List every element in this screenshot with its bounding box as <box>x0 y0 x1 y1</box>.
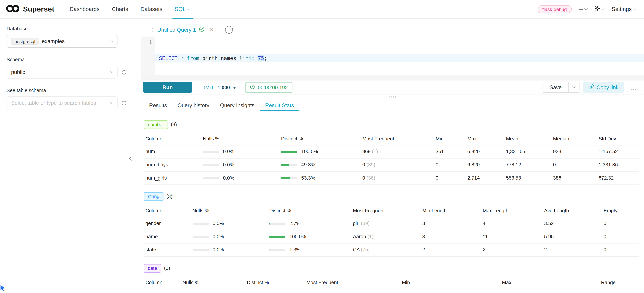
distinct-progress-bar <box>281 177 298 179</box>
col-header: Distinct % <box>245 276 305 289</box>
nulls-pct: 0.0% <box>213 247 224 253</box>
mf-count: (1) <box>368 234 374 240</box>
tab-label: Results <box>149 102 167 108</box>
tab-label: Query Insights <box>220 102 254 108</box>
nav-item-sql[interactable]: SQL <box>168 0 197 19</box>
cell-empty: 0 <box>602 230 639 243</box>
cell-most-frequent: CA (75) <box>351 243 421 256</box>
distinct-pct: 100.0% <box>301 149 318 154</box>
database-value: examples <box>42 38 64 44</box>
editor-code-area[interactable]: SELECT * from birth_names limit 75; <box>155 36 644 80</box>
query-tabbar: ⋮⋮ Untitled Query 1 ✕ + <box>141 24 644 36</box>
mf-value: girl <box>353 220 360 226</box>
nulls-progress-bar <box>203 177 219 179</box>
line-number: 1 <box>141 39 152 46</box>
chevron-down-icon <box>572 85 576 88</box>
copy-link-button[interactable]: Copy link <box>583 82 624 93</box>
cell-nulls: 0.0% <box>191 217 268 230</box>
save-label: Save <box>550 84 562 90</box>
tab-result-stats[interactable]: Result Stats <box>260 100 299 111</box>
cell-distinct: 100.0% <box>280 145 361 158</box>
drag-grip-icon[interactable] <box>388 96 397 98</box>
tab-query-insights[interactable]: Query Insights <box>215 100 260 111</box>
type-badge-number: number <box>144 120 168 129</box>
cell-mean: 778.12 <box>504 158 551 172</box>
nulls-pct: 0.0% <box>213 234 224 240</box>
nav-label: SQL <box>175 6 186 12</box>
theme-toggle-button[interactable] <box>594 5 605 13</box>
distinct-pct: 100.0% <box>289 234 306 240</box>
col-header: Distinct % <box>280 132 361 145</box>
type-badge-string: string <box>144 192 164 201</box>
database-engine-tag: postgresql <box>11 38 38 45</box>
nav-item-charts[interactable]: Charts <box>106 0 134 19</box>
header-row: Column Nulls % Distinct % Most Frequent … <box>144 204 639 217</box>
editor-horizontal-scrollbar[interactable] <box>141 75 644 80</box>
date-stats-table: Column Nulls % Distinct % Most Frequent … <box>144 276 639 293</box>
nav-label: Datasets <box>140 6 162 12</box>
tab-query-history[interactable]: Query history <box>172 100 215 111</box>
environment-badge: flask-debug <box>538 5 572 13</box>
superset-brand[interactable]: Superset <box>6 4 54 14</box>
chevron-down-icon <box>188 6 191 10</box>
tab-results[interactable]: Results <box>144 100 172 111</box>
link-icon <box>588 84 594 91</box>
limit-dropdown[interactable]: LIMIT: 1 000 <box>201 84 236 90</box>
database-select[interactable]: postgresql examples <box>6 35 118 48</box>
clock-icon <box>250 84 255 91</box>
cell-empty: 0 <box>602 217 639 230</box>
table-row: num_girls 0.0% 53.3% 0 (36) 0 2,714 553.… <box>144 172 639 185</box>
nulls-progress-bar <box>203 164 219 166</box>
sql-editor-pane: ⋮⋮ Untitled Query 1 ✕ + <box>141 19 644 293</box>
cell-column-name: ds <box>144 289 181 293</box>
distinct-progress-bar <box>269 249 286 251</box>
cell-median: 933 <box>552 145 597 158</box>
caret-down-icon <box>233 87 236 89</box>
editor-gutter: 1 <box>141 36 155 80</box>
sql-code-editor[interactable]: 1 SELECT * from birth_names limit 75; <box>141 36 644 80</box>
cell-max-length: 11 <box>481 230 542 243</box>
save-button[interactable]: Save <box>542 82 568 93</box>
query-tab[interactable]: ⋮⋮ Untitled Query 1 ✕ <box>145 24 216 36</box>
table-select[interactable]: Select table or type to search tables <box>6 96 118 109</box>
sun-icon <box>594 5 600 13</box>
sidebar-collapse-button[interactable] <box>128 153 134 164</box>
sql-lab-workspace: Database postgresql examples Schema publ… <box>0 19 644 293</box>
nav-item-dashboards[interactable]: Dashboards <box>64 0 106 19</box>
column-count: (1) <box>164 265 170 271</box>
cell-most-frequent: 0 (36) <box>361 172 434 185</box>
table-schema-group: See table schema Select table or type to… <box>6 88 135 109</box>
cell-min: 0 <box>434 172 466 185</box>
schema-value: public <box>11 69 25 75</box>
new-item-button[interactable]: + <box>579 5 587 13</box>
more-actions-button[interactable]: … <box>628 84 640 91</box>
column-count: (3) <box>171 122 177 128</box>
close-tab-icon[interactable]: ✕ <box>210 27 214 32</box>
nav-item-datasets[interactable]: Datasets <box>134 0 168 19</box>
timer-value: 00:00:00.192 <box>258 84 288 90</box>
schema-select[interactable]: public <box>6 66 118 78</box>
table-row: name 0.0% 100.0% Aaron (1) 3 11 5.95 0 <box>144 230 639 243</box>
pane-splitter[interactable] <box>141 94 644 100</box>
cell-max-length: 4 <box>481 217 542 230</box>
table-row: ds 0.0% 1.3% 1965-01-01T00:00:00 (75) 19… <box>144 289 639 293</box>
distinct-pct: 53.3% <box>301 175 315 181</box>
mf-count: (39) <box>366 162 375 168</box>
stats-group-date: date (1) Column Nulls % Distinct % <box>144 264 639 293</box>
chevron-down-icon <box>602 6 605 10</box>
mf-count: (1) <box>372 149 378 154</box>
settings-menu[interactable]: Settings <box>612 6 636 12</box>
add-query-tab-button[interactable]: + <box>225 26 233 34</box>
cell-nulls: 0.0% <box>201 172 280 185</box>
chevron-down-icon <box>584 6 588 10</box>
cell-most-frequent: girl (39) <box>351 217 421 230</box>
editor-toolbar: Run LIMIT: 1 000 00:00:00.192 <box>141 81 644 94</box>
save-dropdown-button[interactable] <box>569 82 580 93</box>
run-button[interactable]: Run <box>143 82 192 93</box>
col-header: Max <box>466 132 504 145</box>
refresh-schemas-button[interactable] <box>121 69 127 75</box>
cell-avg-length: 3.52 <box>542 217 602 230</box>
cell-column-name: num_girls <box>144 172 201 185</box>
brand-name: Superset <box>23 5 54 14</box>
refresh-tables-button[interactable] <box>121 100 127 106</box>
